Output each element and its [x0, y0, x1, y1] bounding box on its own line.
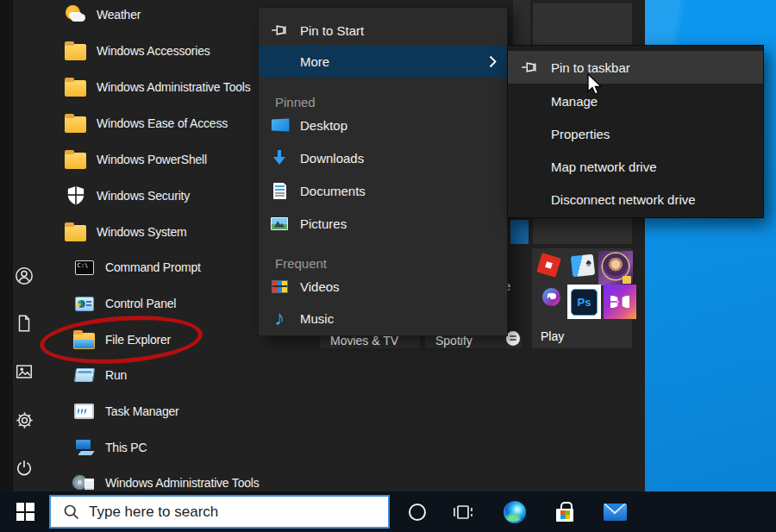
folder-icon	[64, 76, 87, 99]
submenu-item-pin-to-taskbar[interactable]: Pin to taskbar	[508, 51, 763, 84]
folder-icon	[64, 148, 87, 172]
app-list-item-windows-powershell[interactable]: Windows PowerShell	[0, 141, 293, 178]
app-list-item-windows-ease-of-access[interactable]: Windows Ease of Access	[0, 105, 293, 141]
store-button[interactable]	[546, 491, 584, 532]
pin-icon	[269, 20, 290, 41]
section-header-frequent: Frequent	[275, 256, 327, 271]
menu-item-desktop[interactable]: Desktop	[259, 109, 507, 141]
search-placeholder: Type here to search	[89, 504, 218, 521]
tile-fragment-top-left[interactable]	[513, 0, 530, 45]
admin-tools-icon	[72, 472, 96, 492]
run-icon	[72, 364, 96, 387]
tile-fragment-mid[interactable]	[533, 218, 632, 244]
tile-movies-tv[interactable]: Movies & TV	[320, 335, 420, 348]
tile-play-label: Play	[541, 329, 564, 343]
mail-button[interactable]	[596, 491, 634, 532]
app-list-item-command-prompt[interactable]: Command Prompt	[0, 249, 293, 285]
pictures-icon	[269, 213, 290, 234]
edge-button[interactable]	[496, 491, 534, 532]
tile-fragment-top[interactable]	[533, 3, 632, 45]
tile-fragment-blue[interactable]	[510, 220, 529, 244]
videos-icon	[269, 276, 290, 297]
app-list-item-windows-system[interactable]: Windows System	[0, 214, 293, 250]
taskbar: Type here to search	[0, 491, 776, 532]
downloads-icon	[269, 147, 290, 168]
tile-play[interactable]: Play	[532, 248, 632, 348]
roblox-icon	[536, 253, 561, 278]
folder-icon	[64, 221, 87, 244]
cortana-button[interactable]	[398, 491, 436, 532]
documents-icon	[269, 180, 290, 201]
music-icon: ♪	[269, 308, 290, 329]
app-list-item-weather[interactable]: Weather	[0, 0, 293, 33]
menu-item-more[interactable]: More	[259, 46, 507, 78]
documents-rail-icon[interactable]	[14, 313, 34, 334]
submenu-item-map-network-drive[interactable]: Map network drive	[508, 150, 763, 183]
play-tile-app-icons	[535, 252, 629, 319]
menu-item-pictures[interactable]: Pictures	[259, 207, 507, 240]
folder-icon	[64, 112, 87, 135]
app-list-item-windows-administrative-tools[interactable]: Windows Administrative Tools	[0, 69, 293, 105]
taskbar-search-input[interactable]: Type here to search	[49, 495, 390, 529]
control-panel-icon	[72, 292, 96, 316]
shield-icon	[64, 185, 87, 208]
more-spacer	[269, 52, 290, 72]
photoshop-express-icon	[567, 285, 601, 319]
desktop-icon	[269, 115, 290, 135]
pin-icon	[519, 57, 540, 78]
submenu-item-disconnect-network-drive[interactable]: Disconnect network drive	[508, 183, 763, 216]
game-portrait-icon	[598, 251, 633, 285]
cortana-icon	[409, 504, 426, 521]
menu-item-videos[interactable]: Videos	[259, 270, 507, 303]
spotify-logo-icon	[506, 331, 520, 346]
solitaire-icon	[571, 254, 595, 278]
windows-logo-icon	[16, 503, 34, 521]
weather-icon	[64, 3, 87, 27]
app-list-item-windows-accessories[interactable]: Windows Accessories	[0, 33, 293, 69]
app-list-item-run[interactable]: Run	[0, 357, 293, 393]
start-button[interactable]	[7, 491, 43, 532]
menu-item-pin-to-start[interactable]: Pin to Start	[259, 14, 507, 47]
submenu-item-manage[interactable]: Manage	[508, 84, 763, 117]
search-icon	[63, 504, 80, 521]
dolby-icon	[604, 285, 636, 319]
settings-gear-icon[interactable]	[14, 410, 34, 430]
context-menu: Pin to Start More Pinned Desktop Downloa…	[258, 7, 508, 336]
menu-item-downloads[interactable]: Downloads	[259, 141, 507, 174]
folder-icon	[64, 40, 87, 63]
task-manager-icon	[72, 400, 96, 423]
command-prompt-icon	[72, 256, 96, 279]
mail-icon	[604, 504, 627, 521]
submenu: Pin to taskbar Manage Properties Map net…	[507, 45, 764, 218]
power-icon[interactable]	[14, 458, 34, 479]
submenu-item-properties[interactable]: Properties	[508, 117, 763, 150]
user-avatar-icon[interactable]	[14, 266, 34, 286]
menu-item-documents[interactable]: Documents	[259, 174, 507, 207]
messenger-icon	[542, 288, 560, 306]
mouse-cursor	[587, 73, 604, 97]
this-pc-icon	[72, 436, 96, 460]
section-header-pinned: Pinned	[275, 95, 316, 110]
task-view-icon	[452, 502, 474, 523]
menu-item-music[interactable]: ♪ Music	[259, 302, 507, 335]
app-list-item-this-pc[interactable]: This PC	[0, 429, 293, 466]
task-view-button[interactable]	[444, 491, 482, 532]
pictures-rail-icon[interactable]	[14, 361, 34, 382]
edge-icon	[504, 501, 526, 523]
chevron-right-icon	[489, 55, 497, 68]
store-icon	[554, 502, 575, 523]
app-list-item-windows-administrative-tools-2[interactable]: Windows Administrative Tools	[0, 465, 293, 491]
app-list-item-windows-security[interactable]: Windows Security	[0, 178, 293, 214]
app-list-item-task-manager[interactable]: Task Manager	[0, 393, 293, 429]
